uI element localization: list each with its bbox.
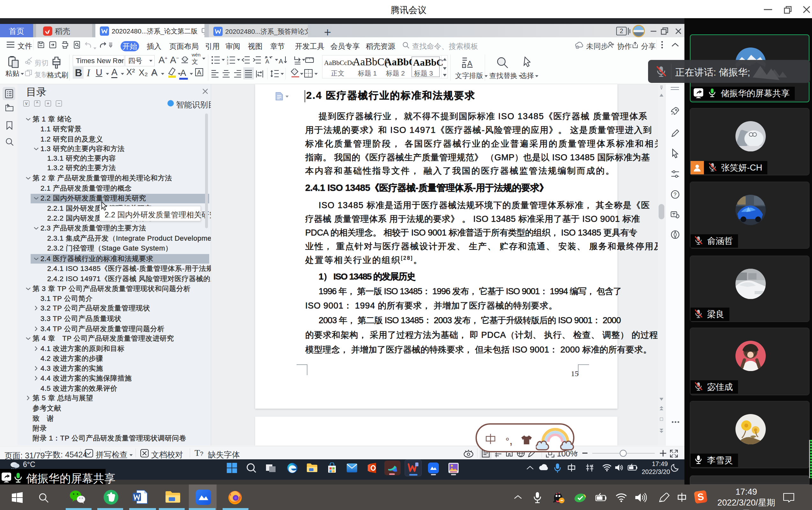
svg-text:3: 3 (227, 62, 228, 64)
svg-text:2: 2 (227, 59, 228, 62)
svg-text:A: A (265, 58, 269, 64)
svg-text:A: A (467, 59, 472, 68)
svg-text:A: A (279, 58, 283, 64)
svg-text:1: 1 (227, 56, 228, 59)
svg-text:?: ? (674, 192, 676, 197)
